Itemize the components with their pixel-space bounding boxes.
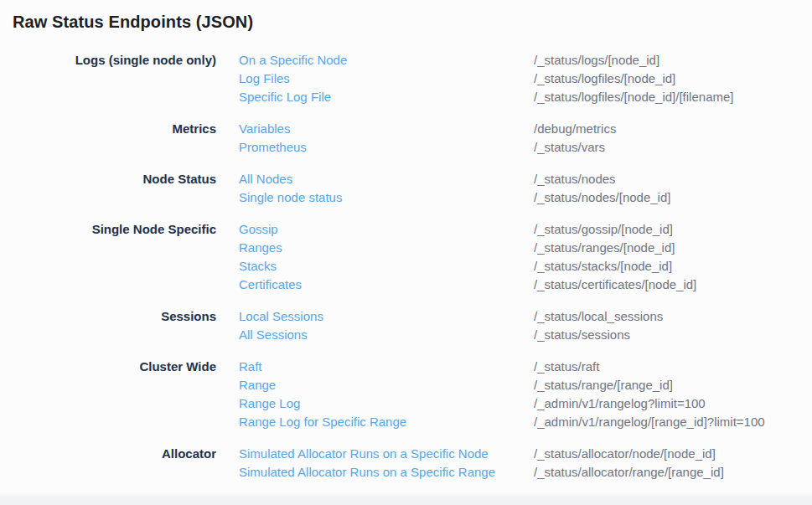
paths-column: /_status/nodes/_status/nodes/[node_id]: [534, 170, 812, 207]
endpoint-path: /_status/allocator/node/[node_id]: [534, 445, 812, 463]
endpoint-path: /_status/stacks/[node_id]: [534, 257, 812, 276]
endpoint-path: /_status/nodes/[node_id]: [534, 188, 812, 207]
endpoint-link[interactable]: Ranges: [239, 239, 282, 257]
category-label: Logs (single node only): [0, 51, 216, 106]
endpoint-path: /_status/allocator/range/[range_id]: [534, 463, 812, 482]
endpoint-section-row: Node Status All NodesSingle node status …: [0, 170, 812, 207]
endpoint-link[interactable]: Range Log: [239, 394, 300, 413]
endpoint-link[interactable]: Single node status: [239, 188, 342, 207]
endpoint-sections: Logs (single node only) On a Specific No…: [0, 51, 812, 482]
paths-column: /debug/metrics/_status/vars: [534, 120, 812, 157]
paths-column: /_status/logs/[node_id]/_status/logfiles…: [534, 51, 812, 106]
endpoint-path: /_admin/v1/rangelog?limit=100: [534, 394, 812, 413]
endpoint-link[interactable]: Prometheus: [239, 138, 307, 157]
paths-column: /_status/allocator/node/[node_id]/_statu…: [534, 445, 812, 482]
paths-column: /_status/gossip/[node_id]/_status/ranges…: [534, 220, 812, 294]
endpoint-path: /_status/local_sessions: [534, 307, 812, 326]
category-label: Allocator: [0, 445, 216, 482]
page-title: Raw Status Endpoints (JSON): [0, 0, 812, 33]
links-column: On a Specific NodeLog FilesSpecific Log …: [239, 51, 511, 106]
endpoint-section-row: Single Node Specific GossipRangesStacksC…: [0, 220, 812, 294]
endpoint-path: /_status/gossip/[node_id]: [534, 220, 812, 239]
endpoint-path: /_status/ranges/[node_id]: [534, 239, 812, 257]
endpoint-path: /_status/certificates/[node_id]: [534, 276, 812, 294]
endpoint-link[interactable]: Local Sessions: [239, 307, 323, 326]
endpoint-link[interactable]: Range: [239, 376, 276, 394]
endpoint-path: /_status/range/[range_id]: [534, 376, 812, 394]
endpoint-link[interactable]: Gossip: [239, 220, 278, 239]
endpoint-section-row: Allocator Simulated Allocator Runs on a …: [0, 445, 812, 482]
footer-strip: [0, 492, 812, 505]
endpoint-path: /_status/logfiles/[node_id]: [534, 70, 812, 88]
category-label: Cluster Wide: [0, 358, 216, 431]
endpoint-link[interactable]: Specific Log File: [239, 88, 331, 106]
endpoint-path: /_status/nodes: [534, 170, 812, 188]
links-column: GossipRangesStacksCertificates: [239, 220, 511, 294]
endpoint-section-row: Logs (single node only) On a Specific No…: [0, 51, 812, 106]
links-column: All NodesSingle node status: [239, 170, 511, 207]
endpoint-path: /_status/raft: [534, 358, 812, 376]
endpoint-link[interactable]: Simulated Allocator Runs on a Specific R…: [239, 463, 495, 482]
endpoint-link[interactable]: Simulated Allocator Runs on a Specific N…: [239, 445, 489, 463]
endpoint-link[interactable]: Variables: [239, 120, 290, 138]
category-label: Single Node Specific: [0, 220, 216, 294]
links-column: RaftRangeRange LogRange Log for Specific…: [239, 358, 511, 431]
links-column: VariablesPrometheus: [239, 120, 511, 157]
endpoint-path: /_status/sessions: [534, 326, 812, 344]
paths-column: /_status/raft/_status/range/[range_id]/_…: [534, 358, 812, 431]
endpoint-path: /_status/vars: [534, 138, 812, 157]
links-column: Simulated Allocator Runs on a Specific N…: [239, 445, 511, 482]
category-label: Metrics: [0, 120, 216, 157]
endpoint-path: /debug/metrics: [534, 120, 812, 138]
endpoint-link[interactable]: Raft: [239, 358, 262, 376]
endpoint-path: /_admin/v1/rangelog/[range_id]?limit=100: [534, 413, 812, 431]
endpoint-link[interactable]: Stacks: [239, 257, 277, 276]
endpoint-path: /_status/logs/[node_id]: [534, 51, 812, 70]
endpoint-link[interactable]: On a Specific Node: [239, 51, 347, 70]
links-column: Local SessionsAll Sessions: [239, 307, 511, 344]
endpoint-link[interactable]: All Nodes: [239, 170, 292, 188]
endpoint-link[interactable]: Range Log for Specific Range: [239, 413, 406, 431]
endpoint-section-row: Metrics VariablesPrometheus /debug/metri…: [0, 120, 812, 157]
endpoint-section-row: Sessions Local SessionsAll Sessions /_st…: [0, 307, 812, 344]
debug-page: Raw Status Endpoints (JSON) Logs (single…: [0, 0, 812, 505]
endpoint-link[interactable]: Log Files: [239, 70, 290, 88]
category-label: Node Status: [0, 170, 216, 207]
endpoint-path: /_status/logfiles/[node_id]/[filename]: [534, 88, 812, 106]
endpoint-link[interactable]: Certificates: [239, 276, 302, 294]
category-label: Sessions: [0, 307, 216, 344]
endpoint-link[interactable]: All Sessions: [239, 326, 308, 344]
paths-column: /_status/local_sessions/_status/sessions: [534, 307, 812, 344]
endpoint-section-row: Cluster Wide RaftRangeRange LogRange Log…: [0, 358, 812, 431]
